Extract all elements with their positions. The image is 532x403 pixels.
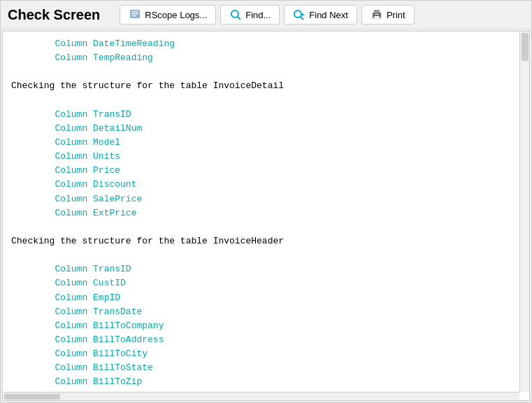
find-next-icon xyxy=(293,8,305,21)
rscope-logs-button[interactable]: RScope Logs... xyxy=(120,5,216,24)
svg-rect-2 xyxy=(131,13,138,15)
rscope-icon xyxy=(129,8,141,21)
svg-rect-10 xyxy=(374,10,380,13)
svg-point-6 xyxy=(294,10,301,17)
svg-rect-11 xyxy=(374,16,380,19)
print-button[interactable]: Print xyxy=(361,5,415,24)
content-text: Column DateTimeReading Column TempReadin… xyxy=(11,37,521,401)
main-window: Check Screen RScope Logs... xyxy=(0,0,532,403)
find-label: Find... xyxy=(245,10,271,20)
svg-point-4 xyxy=(231,10,238,17)
find-icon xyxy=(229,8,242,21)
find-next-button[interactable]: Find Next xyxy=(284,5,357,24)
window-title: Check Screen xyxy=(8,7,100,23)
content-area[interactable]: Column DateTimeReading Column TempReadin… xyxy=(2,31,530,401)
horizontal-scrollbar[interactable] xyxy=(3,392,519,400)
find-next-label: Find Next xyxy=(309,10,348,20)
scrollbar-thumb-x[interactable] xyxy=(4,394,60,400)
toolbar: RScope Logs... Find... xyxy=(120,5,414,24)
scrollbar-thumb-y[interactable] xyxy=(522,33,529,61)
vertical-scrollbar[interactable] xyxy=(519,31,529,392)
find-button[interactable]: Find... xyxy=(220,5,280,24)
svg-rect-3 xyxy=(131,15,136,17)
svg-marker-8 xyxy=(302,13,305,16)
svg-line-5 xyxy=(238,17,240,20)
svg-rect-12 xyxy=(375,14,379,15)
rscope-label: RScope Logs... xyxy=(145,10,207,20)
svg-rect-1 xyxy=(131,11,138,13)
print-icon xyxy=(371,8,383,21)
print-label: Print xyxy=(387,10,405,20)
title-bar: Check Screen RScope Logs... xyxy=(1,1,531,29)
svg-line-7 xyxy=(301,17,303,20)
